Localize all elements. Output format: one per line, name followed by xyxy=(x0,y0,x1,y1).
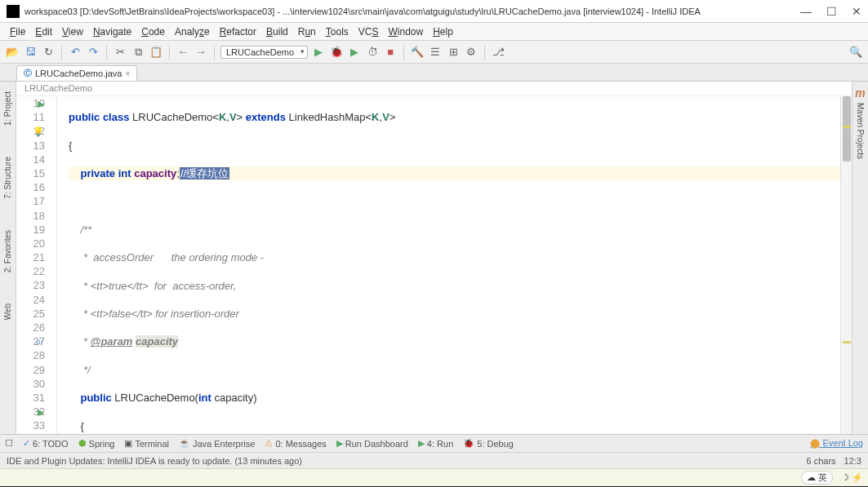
menu-code[interactable]: Code xyxy=(136,26,170,38)
debug-icon[interactable]: 🐞 xyxy=(329,45,344,60)
vcs-icon[interactable]: ⎇ xyxy=(491,45,505,60)
save-icon[interactable]: 🖫 xyxy=(23,45,38,60)
run-gutter-icon[interactable]: ▶ xyxy=(38,97,44,111)
menu-navigate[interactable]: Navigate xyxy=(88,26,136,38)
java-file-icon: Ⓒ xyxy=(24,68,32,79)
sidebar-favorites[interactable]: 2: Favorites xyxy=(2,227,14,276)
refresh-icon[interactable]: ↻ xyxy=(41,45,56,60)
back-icon[interactable]: ← xyxy=(176,45,190,60)
menu-help[interactable]: Help xyxy=(428,26,458,38)
tab-messages[interactable]: ⚠0: Messages xyxy=(265,438,326,449)
menu-tools[interactable]: Tools xyxy=(321,26,354,38)
tab-label: LRUCacheDemo.java xyxy=(35,69,122,78)
open-icon[interactable]: 📂 xyxy=(5,45,20,60)
tab-terminal[interactable]: ▣Terminal xyxy=(124,438,169,449)
settings-icon[interactable]: ⚙ xyxy=(464,45,479,60)
maven-icon: m xyxy=(855,86,865,100)
tab-run[interactable]: ▶4: Run xyxy=(418,438,453,449)
menu-view[interactable]: View xyxy=(57,26,88,38)
tab-close-icon[interactable]: × xyxy=(125,69,130,78)
breadcrumb[interactable]: LRUCacheDemo xyxy=(16,82,852,96)
left-toolwindow-bar: 1: Project 7: Structure 2: Favorites Web xyxy=(0,82,16,434)
menu-refactor[interactable]: Refactor xyxy=(215,26,261,38)
tab-spring[interactable]: ⬢Spring xyxy=(78,438,115,449)
layout-icon[interactable]: ⊞ xyxy=(446,45,461,60)
sidebar-maven[interactable]: Maven Projects xyxy=(854,100,866,162)
profile-icon[interactable]: ⏱ xyxy=(365,45,380,60)
gutter[interactable]: 10▶ 11 12💡 1314151617181920212223242526 … xyxy=(16,96,57,434)
menu-vcs[interactable]: VCS xyxy=(354,26,384,38)
menu-build[interactable]: Build xyxy=(261,26,293,38)
code-area[interactable]: 10▶ 11 12💡 1314151617181920212223242526 … xyxy=(16,96,852,434)
redo-icon[interactable]: ↷ xyxy=(86,45,100,60)
build-icon[interactable]: 🔨 xyxy=(410,45,425,60)
bulb-icon[interactable]: 💡 xyxy=(33,125,44,139)
coverage-icon[interactable]: ▶ xyxy=(347,45,362,60)
app-icon xyxy=(7,5,20,18)
stop-icon[interactable]: ■ xyxy=(383,45,398,60)
tab-run-dashboard[interactable]: ▶Run Dashboard xyxy=(336,438,408,449)
cut-icon[interactable]: ✂ xyxy=(113,45,127,60)
close-button[interactable]: ✕ xyxy=(852,5,861,18)
bottom-toolwindow-bar: ☐ ✓6: TODO ⬢Spring ▣Terminal ☕Java Enter… xyxy=(0,434,868,452)
toolwindow-toggle-icon[interactable]: ☐ xyxy=(5,438,13,449)
menu-analyze[interactable]: Analyze xyxy=(170,26,215,38)
sidebar-web[interactable]: Web xyxy=(2,300,14,323)
menu-file[interactable]: File xyxy=(5,26,30,38)
minimize-button[interactable]: ― xyxy=(800,5,812,18)
editor-area: 1: Project 7: Structure 2: Favorites Web… xyxy=(0,82,868,434)
titlebar: workspace03 [D:\devSoft\JetBrains\IdeaPr… xyxy=(0,0,868,23)
editor-scrollbar[interactable] xyxy=(840,96,852,434)
tab-java-enterprise[interactable]: ☕Java Enterprise xyxy=(179,438,255,449)
ime-icons[interactable]: ☽ ⚡ xyxy=(841,472,863,483)
tab-debug[interactable]: 🐞5: Debug xyxy=(463,438,514,449)
forward-icon[interactable]: → xyxy=(194,45,208,60)
ime-indicator[interactable]: ☁ 英 xyxy=(801,471,833,485)
run-gutter-icon[interactable]: ▶ xyxy=(38,405,44,419)
search-icon[interactable]: 🔍 xyxy=(848,45,863,60)
menubar: File Edit View Navigate Code Analyze Ref… xyxy=(0,23,868,41)
run-config-combo[interactable]: LRUCacheDemo xyxy=(220,46,308,59)
status-bar: IDE and Plugin Updates: IntelliJ IDEA is… xyxy=(0,452,868,468)
paste-icon[interactable]: 📋 xyxy=(149,45,163,60)
structure-icon[interactable]: ☰ xyxy=(428,45,443,60)
menu-window[interactable]: Window xyxy=(383,26,428,38)
ime-bar: ☁ 英 ☽ ⚡ xyxy=(0,468,868,486)
sidebar-project[interactable]: 1: Project xyxy=(2,88,14,129)
code-text[interactable]: public class LRUCacheDemo<K,V> extends L… xyxy=(57,96,840,434)
event-log-link[interactable]: ⬤ Event Log xyxy=(810,438,863,449)
window-title: workspace03 [D:\devSoft\JetBrains\IdeaPr… xyxy=(24,7,800,16)
menu-edit[interactable]: Edit xyxy=(30,26,57,38)
tab-todo[interactable]: ✓6: TODO xyxy=(23,438,69,449)
tab-lrucachedemo[interactable]: Ⓒ LRUCacheDemo.java × xyxy=(16,65,137,81)
status-message[interactable]: IDE and Plugin Updates: IntelliJ IDEA is… xyxy=(7,456,807,466)
menu-run[interactable]: Run xyxy=(293,26,321,38)
editor: LRUCacheDemo 10▶ 11 12💡 1314151617181920… xyxy=(16,82,852,434)
copy-icon[interactable]: ⧉ xyxy=(131,45,145,60)
toolbar: 📂 🖫 ↻ ↶ ↷ ✂ ⧉ 📋 ← → LRUCacheDemo ▶ 🐞 ▶ ⏱… xyxy=(0,41,868,64)
editor-tabs: Ⓒ LRUCacheDemo.java × xyxy=(0,64,868,82)
sidebar-structure[interactable]: 7: Structure xyxy=(2,153,14,202)
scroll-thumb[interactable] xyxy=(843,96,851,162)
run-icon[interactable]: ▶ xyxy=(311,45,326,60)
override-gutter-icon[interactable]: o↑ xyxy=(36,335,44,349)
undo-icon[interactable]: ↶ xyxy=(68,45,82,60)
maximize-button[interactable]: ☐ xyxy=(826,5,837,18)
status-caret-pos[interactable]: 12:3 xyxy=(844,456,861,466)
status-chars: 6 chars xyxy=(807,456,836,466)
right-toolwindow-bar: m Maven Projects xyxy=(852,82,868,434)
